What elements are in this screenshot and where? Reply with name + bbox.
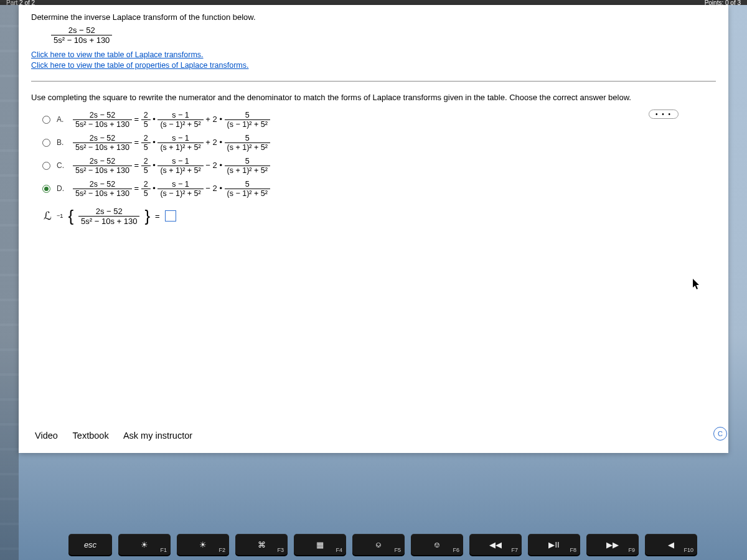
link-laplace-table[interactable]: Click here to view the table of Laplace … (31, 50, 716, 60)
key-icon: ▶▶ (606, 540, 619, 549)
ask-instructor-link[interactable]: Ask my instructor (123, 431, 192, 441)
key-f5[interactable]: ⎉F5 (352, 534, 405, 555)
clear-button[interactable]: C (713, 427, 727, 441)
key-icon: ⌘ (258, 540, 266, 549)
key-icon: ◀◀ (489, 540, 502, 549)
choice-label: B. (57, 138, 67, 147)
key-f10[interactable]: ◀F10 (645, 534, 697, 555)
key-f6[interactable]: ⎊F6 (411, 534, 463, 555)
key-f3[interactable]: ⌘F3 (235, 534, 288, 555)
choice-equation: 2s − 525s² − 10s + 130 = 25 • s − 1(s − … (73, 180, 270, 198)
textbook-link[interactable]: Textbook (73, 431, 109, 441)
key-f1[interactable]: ☀︎F1 (118, 534, 171, 555)
key-icon: ◀ (668, 540, 674, 549)
key-icon: ☀ (199, 540, 207, 549)
cursor-icon (692, 279, 701, 290)
choice-D[interactable]: D.2s − 525s² − 10s + 130 = 25 • s − 1(s … (42, 180, 716, 198)
answer-input[interactable] (165, 210, 176, 222)
key-f4[interactable]: ▦F4 (294, 534, 346, 555)
inverse-exponent: −1 (57, 213, 63, 219)
key-f9[interactable]: ▶▶F9 (586, 534, 639, 555)
more-button[interactable]: • • • (649, 110, 679, 119)
script-l-symbol: ℒ (44, 209, 52, 223)
link-laplace-properties[interactable]: Click here to view the table of properti… (31, 60, 716, 71)
key-esc[interactable]: esc (68, 534, 112, 555)
notebook-spiral (0, 0, 19, 560)
answer-inner-den: 5s² − 10s + 130 (78, 217, 139, 226)
reference-links: Click here to view the table of Laplace … (31, 50, 716, 71)
choice-A[interactable]: A.2s − 525s² − 10s + 130 = 25 • s − 1(s … (42, 111, 716, 129)
radio-B[interactable] (42, 139, 50, 147)
choice-label: C. (57, 161, 67, 170)
browser-chrome: Part 2 of 2 Points: 0 of 3 (0, 0, 747, 5)
answer-choices: A.2s − 525s² − 10s + 130 = 25 • s − 1(s … (42, 111, 716, 198)
key-icon: ▶II (548, 540, 559, 549)
choice-C[interactable]: C.2s − 525s² − 10s + 130 = 25 • s − 1(s … (42, 157, 716, 175)
answer-inner-num: 2s − 52 (78, 207, 139, 217)
video-link[interactable]: Video (35, 431, 58, 441)
radio-C[interactable] (42, 162, 50, 170)
key-icon: ▦ (316, 540, 324, 549)
choice-equation: 2s − 525s² − 10s + 130 = 25 • s − 1(s − … (73, 111, 270, 129)
key-f2[interactable]: ☀F2 (177, 534, 229, 555)
radio-A[interactable] (42, 116, 50, 124)
choice-label: D. (57, 184, 67, 193)
problem-prompt: Determine the inverse Laplace transform … (31, 12, 716, 22)
question-page: Determine the inverse Laplace transform … (19, 5, 728, 453)
expr-numerator: 2s − 52 (51, 26, 112, 35)
expr-denominator: 5s² − 10s + 130 (51, 35, 112, 45)
choice-label: A. (57, 115, 67, 124)
key-icon: ⎉ (376, 540, 381, 549)
key-f7[interactable]: ◀◀F7 (469, 534, 522, 555)
key-f8[interactable]: ▶IIF8 (528, 534, 580, 555)
choice-equation: 2s − 525s² − 10s + 130 = 25 • s − 1(s + … (73, 157, 270, 175)
choice-B[interactable]: B.2s − 525s² − 10s + 130 = 25 • s − 1(s … (42, 134, 716, 152)
key-icon: ☀︎ (141, 540, 148, 549)
keyboard-row: esc ☀︎F1☀F2⌘F3▦F4⎉F5⎊F6◀◀F7▶IIF8▶▶F9◀F10 (0, 534, 747, 555)
choice-equation: 2s − 525s² − 10s + 130 = 25 • s − 1(s + … (73, 134, 270, 152)
problem-expression: 2s − 52 5s² − 10s + 130 (51, 26, 716, 45)
radio-D[interactable] (42, 185, 50, 193)
answer-input-row: ℒ−1 { 2s − 52 5s² − 10s + 130 } = (44, 207, 716, 226)
key-icon: ⎊ (435, 540, 439, 549)
help-links: Video Textbook Ask my instructor (35, 431, 205, 441)
instruction-text: Use completing the square to rewrite the… (31, 93, 716, 102)
equals-sign: = (155, 212, 160, 221)
divider (31, 81, 716, 82)
